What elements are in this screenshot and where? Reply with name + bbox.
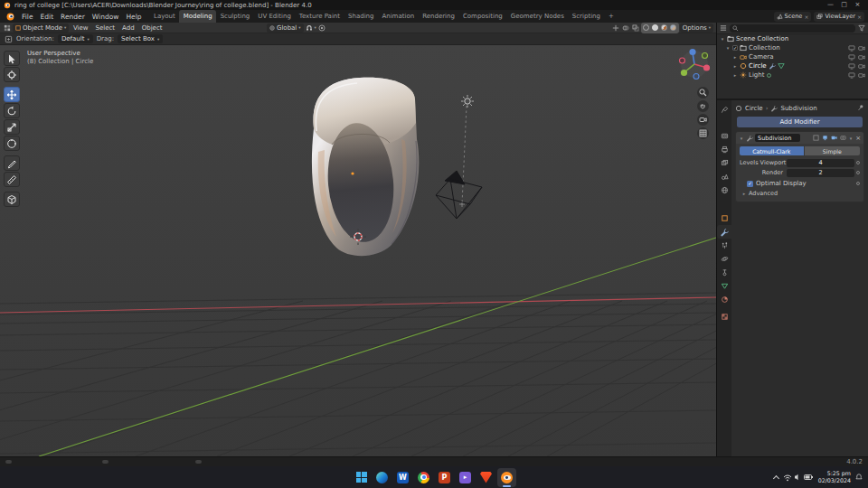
tool-scale-button[interactable] (4, 119, 20, 135)
drag-dropdown[interactable]: Select Box▾ (118, 34, 163, 43)
powerpoint-app-button[interactable]: P (435, 468, 454, 487)
gizmo-neg-z-axis[interactable] (693, 74, 699, 80)
gizmo-neg-y-axis[interactable] (703, 53, 708, 59)
disable-in-renders-icon[interactable] (858, 54, 865, 61)
gizmo-toggle-icon[interactable] (611, 23, 620, 33)
viewlayer-selector[interactable]: ViewLayer × (814, 12, 864, 22)
menu-select[interactable]: Select (92, 24, 118, 32)
blender-menu-icon[interactable] (3, 10, 18, 23)
tab-object[interactable] (717, 211, 731, 225)
breadcrumb-modifier[interactable]: Subdivision (780, 105, 816, 112)
minimize-button[interactable]: — (824, 0, 837, 10)
tab-material[interactable] (717, 293, 731, 306)
tab-tool[interactable] (717, 103, 731, 117)
tab-rendering[interactable]: Rendering (419, 10, 459, 23)
hide-in-viewport-icon[interactable] (848, 63, 855, 70)
disclosure-icon[interactable]: ▾ (720, 36, 725, 42)
tab-sculpting[interactable]: Sculpting (216, 10, 254, 23)
notification-bell-icon[interactable] (855, 474, 863, 481)
tool-move-button[interactable] (4, 87, 20, 102)
tab-animation[interactable]: Animation (378, 10, 419, 23)
gizmo-neg-x-axis[interactable] (680, 58, 685, 63)
pin-icon[interactable] (857, 104, 864, 111)
tool-select-box-button[interactable] (4, 51, 20, 66)
panel-disclosure-icon[interactable]: ▾ (739, 136, 744, 141)
tab-scripting[interactable]: Scripting (568, 10, 604, 23)
tab-modeling[interactable]: Modeling (179, 10, 216, 23)
menu-object[interactable]: Object (138, 24, 165, 32)
collection-checkbox[interactable]: ✓ (732, 45, 738, 51)
unlink-viewlayer-icon[interactable]: × (857, 14, 862, 20)
camera-view-button[interactable] (697, 114, 709, 126)
tab-modifiers[interactable] (717, 225, 731, 239)
menu-add[interactable]: Add (119, 24, 138, 32)
outliner-row-camera[interactable]: ▸ Camera (717, 52, 868, 61)
pan-button[interactable] (697, 100, 709, 112)
hide-in-viewport-icon[interactable] (848, 45, 855, 52)
modifier-extras-icon[interactable]: ▾ (848, 136, 854, 141)
gizmo-y-axis[interactable] (681, 70, 687, 76)
disable-in-renders-icon[interactable] (858, 72, 865, 79)
filter-icon[interactable] (858, 24, 865, 32)
proportional-editing-icon[interactable] (317, 23, 326, 33)
unlink-scene-icon[interactable]: × (804, 14, 808, 20)
catmull-clark-button[interactable]: Catmull-Clark (740, 146, 804, 155)
tool-annotate-button[interactable] (4, 155, 20, 171)
outliner-row-light[interactable]: ▸ Light (717, 70, 868, 80)
zoom-button[interactable] (697, 87, 709, 99)
disable-in-renders-icon[interactable] (858, 63, 865, 70)
breadcrumb-object[interactable]: Circle (745, 105, 763, 112)
blender-app-button[interactable] (497, 468, 516, 487)
tab-world[interactable] (717, 183, 731, 197)
modifier-close-icon[interactable]: × (855, 135, 861, 142)
shading-wireframe-icon[interactable] (642, 23, 651, 33)
tool-add-cube-button[interactable] (4, 192, 20, 207)
viewport-canvas[interactable] (0, 45, 716, 456)
add-workspace-button[interactable]: + (604, 10, 618, 23)
menu-edit[interactable]: Edit (37, 10, 58, 23)
menu-file[interactable]: File (18, 10, 37, 23)
tab-layout[interactable]: Layout (149, 10, 179, 23)
disclosure-icon[interactable]: ▸ (732, 72, 738, 78)
keyframe-dot-icon[interactable] (856, 161, 860, 164)
xray-toggle-icon[interactable] (631, 23, 640, 33)
menu-view[interactable]: View (70, 24, 91, 32)
hide-in-viewport-icon[interactable] (848, 54, 855, 61)
display-on-cage-toggle[interactable] (812, 135, 819, 142)
overlays-toggle-icon[interactable] (621, 23, 630, 33)
orientation-default-dropdown[interactable]: Default▾ (58, 34, 93, 43)
taskbar-clock[interactable]: 5:25 pm 02/03/2024 (818, 470, 851, 484)
start-button[interactable] (352, 468, 371, 487)
add-modifier-button[interactable]: Add Modifier (737, 117, 863, 127)
brave-app-button[interactable] (476, 468, 495, 487)
simple-button[interactable]: Simple (805, 146, 860, 155)
keyframe-dot-icon[interactable] (856, 182, 860, 185)
tab-output[interactable] (717, 143, 731, 156)
maximize-button[interactable]: □ (837, 0, 851, 10)
toggle-perspective-button[interactable] (697, 127, 709, 139)
disclosure-icon[interactable]: ▾ (725, 45, 731, 51)
advanced-section[interactable]: ▸ Advanced (740, 189, 860, 198)
outliner-search-input[interactable] (730, 24, 855, 33)
tool-measure-button[interactable] (4, 172, 20, 187)
display-realtime-toggle[interactable] (830, 135, 837, 142)
mesh-data-icon[interactable] (778, 62, 785, 70)
hide-in-viewport-icon[interactable] (848, 72, 855, 79)
chrome-app-button[interactable] (414, 468, 433, 487)
disclosure-icon[interactable]: ▸ (732, 63, 738, 69)
gizmo-x-axis[interactable] (703, 64, 710, 70)
keyframe-dot-icon[interactable] (856, 171, 860, 174)
tab-texture-paint[interactable]: Texture Paint (295, 10, 344, 23)
menu-render[interactable]: Render (57, 10, 89, 23)
options-dropdown[interactable]: Options▾ (680, 23, 713, 33)
shading-material-icon[interactable] (660, 23, 669, 33)
tool-rotate-button[interactable] (4, 103, 20, 118)
scene-selector[interactable]: Scene × (774, 12, 812, 22)
close-button[interactable]: × (851, 0, 864, 10)
editor-type-icon[interactable] (3, 23, 12, 33)
tab-physics[interactable] (717, 252, 731, 266)
gizmo-z-axis[interactable] (689, 49, 695, 55)
outliner-row-circle[interactable]: ▸ Circle (717, 61, 868, 70)
shading-solid-icon[interactable] (651, 23, 660, 33)
menu-window[interactable]: Window (89, 10, 123, 23)
